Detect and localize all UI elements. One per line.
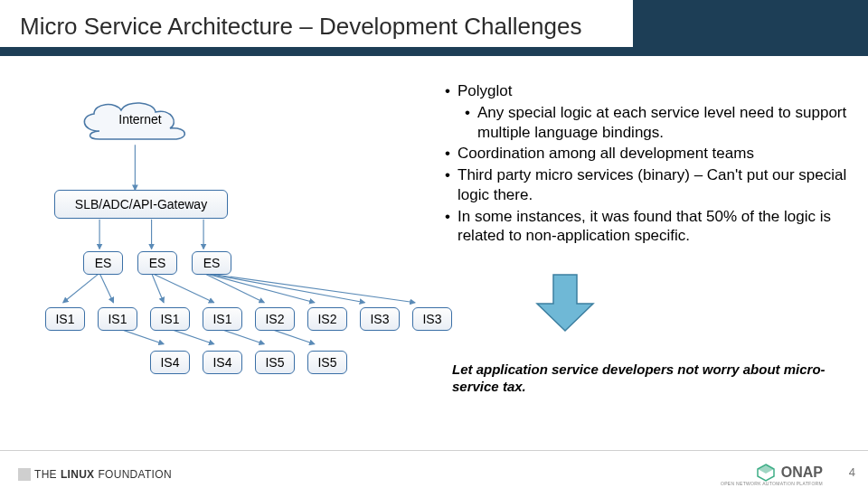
- bullet-polyglot: Polyglot: [441, 81, 850, 101]
- gateway-box: SLB/ADC/API-Gateway: [54, 190, 228, 219]
- onap-subtitle: OPEN NETWORK AUTOMATION PLATFORM: [721, 481, 823, 486]
- svg-line-7: [152, 273, 214, 303]
- architecture-diagram: Internet SLB/ADC/API-Gateway ES ES ES IS…: [18, 81, 434, 389]
- linux-foundation-logo: THE LINUX FOUNDATION: [18, 468, 172, 481]
- lf-post: FOUNDATION: [98, 468, 171, 481]
- lf-pre: THE: [34, 468, 57, 481]
- cloud-label: Internet: [72, 112, 208, 127]
- svg-line-10: [203, 273, 364, 303]
- es-box-2: ES: [137, 251, 177, 275]
- is-box: IS1: [98, 307, 137, 331]
- is-box: IS1: [203, 307, 242, 331]
- svg-line-6: [152, 273, 164, 303]
- svg-line-4: [63, 273, 99, 303]
- svg-line-5: [99, 273, 113, 303]
- gateway-label: SLB/ADC/API-Gateway: [75, 197, 207, 211]
- lf-main: LINUX: [61, 468, 95, 481]
- bullet-fifty-percent: In some instances, it was found that 50%…: [441, 207, 850, 247]
- is-box: IS3: [412, 307, 452, 331]
- is-box: IS1: [45, 307, 85, 331]
- bullet-coordination: Coordination among all development teams: [441, 144, 850, 164]
- lf-square-icon: [18, 468, 31, 481]
- header-underline: [0, 47, 868, 56]
- challenge-bullets: Polyglot Any special logic at each servi…: [441, 81, 850, 248]
- footnote-text: Let application service developers not w…: [452, 361, 841, 396]
- is-box: IS2: [307, 307, 347, 331]
- is-box: IS4: [150, 351, 190, 374]
- is-box: IS5: [307, 351, 347, 374]
- footer-bar: THE LINUX FOUNDATION ONAP OPEN NETWORK A…: [0, 450, 868, 488]
- onap-logo: ONAP: [756, 463, 823, 483]
- onap-text: ONAP: [781, 465, 823, 481]
- svg-line-11: [203, 273, 415, 303]
- es-box-1: ES: [83, 251, 123, 275]
- bullet-polyglot-sub: Any special logic at each service level …: [441, 103, 850, 143]
- svg-line-8: [203, 273, 264, 303]
- bullet-thirdparty: Third party micro services (binary) – Ca…: [441, 165, 850, 205]
- svg-marker-17: [758, 465, 774, 474]
- is-box: IS1: [150, 307, 190, 331]
- is-box: IS4: [203, 351, 242, 374]
- is-box: IS5: [255, 351, 295, 374]
- onap-cube-icon: [756, 463, 776, 483]
- is-box: IS2: [255, 307, 295, 331]
- page-title: Micro Service Architecture – Development…: [20, 13, 599, 41]
- internet-cloud: Internet: [72, 99, 208, 141]
- down-arrow-icon: [533, 271, 597, 334]
- svg-line-9: [203, 273, 315, 303]
- page-number: 4: [849, 465, 855, 479]
- es-box-3: ES: [192, 251, 231, 275]
- is-box: IS3: [360, 307, 400, 331]
